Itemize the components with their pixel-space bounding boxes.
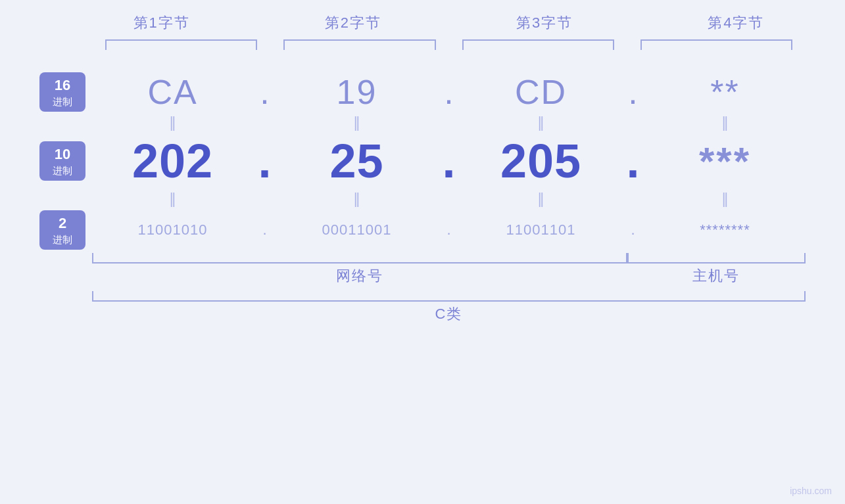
- bracket-top-4: [640, 39, 792, 50]
- host-label: 主机号: [627, 266, 806, 286]
- hex-badge-num: 16: [47, 76, 78, 95]
- top-brackets: [92, 39, 806, 53]
- bin-val-1: 11001010: [92, 221, 253, 239]
- dec-val-1: 202: [92, 134, 253, 188]
- hex-val-4: **: [644, 72, 806, 112]
- bin-val-2: 00011001: [276, 221, 437, 239]
- network-bracket: [92, 253, 627, 263]
- dec-val-4: ***: [644, 139, 806, 184]
- hex-val-2: 19: [276, 72, 437, 112]
- eq2-grid: ‖ ‖ ‖ ‖: [92, 188, 806, 210]
- dec-val-3: 205: [460, 134, 621, 188]
- bin-badge-space: 2 进制: [39, 210, 92, 250]
- bin-dot-2: .: [437, 221, 460, 239]
- bin-dot-1: .: [253, 221, 276, 239]
- eq-cell-3: ‖: [460, 114, 621, 131]
- byte-label-2: 第2字节: [257, 13, 448, 33]
- hex-badge-unit: 进制: [47, 95, 78, 108]
- bin-val-row: 11001010 . 00011001 . 11001101 . *******…: [92, 221, 806, 239]
- bottom-brackets: 网络号 主机号: [92, 253, 806, 286]
- bracket-top-3: [462, 39, 614, 50]
- eq-cell-2: ‖: [276, 114, 437, 131]
- dec-values-grid: 202 . 25 . 205 . ***: [92, 134, 806, 188]
- dec-section: 10 进制 202 . 25 . 205 . ***: [39, 134, 806, 188]
- bracket-labels: 网络号 主机号: [92, 266, 806, 286]
- dec-badge-unit: 进制: [47, 164, 78, 177]
- bin-dot-3: .: [621, 221, 644, 239]
- eq-cell-4: ‖: [644, 114, 806, 131]
- page-container: 第1字节 第2字节 第3字节 第4字节 16 进制 CA: [0, 0, 845, 504]
- dec-val-row: 202 . 25 . 205 . ***: [92, 134, 806, 188]
- dec-dot-1: .: [253, 137, 276, 185]
- eq2-cell-4: ‖: [644, 191, 806, 208]
- bin-section: 2 进制 11001010 . 00011001 . 11001101 . **…: [39, 210, 806, 250]
- hex-dot-2: .: [437, 72, 460, 112]
- bracket-row: [92, 253, 806, 263]
- dec-badge-num: 10: [47, 145, 78, 164]
- bracket-cell-3: [449, 39, 627, 53]
- bracket-cell-2: [270, 39, 448, 53]
- class-bracket: [92, 291, 806, 302]
- hex-values-grid: CA . 19 . CD . **: [92, 72, 806, 112]
- eq2-cell-2: ‖: [276, 191, 437, 208]
- byte-label-4: 第4字节: [640, 13, 832, 33]
- bracket-cell-1: [92, 39, 270, 53]
- equals-row-2: ‖ ‖ ‖ ‖: [39, 188, 806, 210]
- eq1-grid: ‖ ‖ ‖ ‖: [92, 112, 806, 134]
- network-label: 网络号: [92, 266, 627, 286]
- hex-dot-1: .: [253, 72, 276, 112]
- bracket-top-1: [105, 39, 257, 50]
- dec-val-2: 25: [276, 134, 437, 188]
- bracket-top-2: [283, 39, 435, 50]
- watermark: ipshu.com: [790, 486, 832, 496]
- bin-badge-num: 2: [47, 214, 78, 233]
- hex-section: 16 进制 CA . 19 . CD . **: [39, 72, 806, 112]
- hex-val-1: CA: [92, 72, 253, 112]
- eq-cell-1: ‖: [92, 114, 253, 131]
- class-label: C类: [92, 304, 806, 324]
- host-bracket: [627, 253, 806, 263]
- hex-dot-3: .: [621, 72, 644, 112]
- byte-label-1: 第1字节: [66, 13, 257, 33]
- equals-row-1: ‖ ‖ ‖ ‖: [39, 112, 806, 134]
- eq-row-2: ‖ ‖ ‖ ‖: [92, 191, 806, 208]
- hex-badge-space: 16 进制: [39, 72, 92, 112]
- bin-badge: 2 进制: [39, 210, 85, 250]
- eq-row-1: ‖ ‖ ‖ ‖: [92, 114, 806, 131]
- eq2-cell-3: ‖: [460, 191, 621, 208]
- bin-val-4: ********: [644, 221, 806, 239]
- byte-labels-row: 第1字节 第2字节 第3字节 第4字节: [66, 13, 832, 33]
- dec-dot-2: .: [437, 137, 460, 185]
- dec-badge: 10 进制: [39, 141, 85, 181]
- bin-val-3: 11001101: [460, 221, 621, 239]
- eq2-cell-1: ‖: [92, 191, 253, 208]
- bracket-cell-4: [627, 39, 806, 53]
- hex-badge: 16 进制: [39, 72, 85, 112]
- dec-badge-space: 10 进制: [39, 141, 92, 181]
- hex-val-3: CD: [460, 72, 621, 112]
- byte-label-3: 第3字节: [449, 13, 640, 33]
- bin-values-grid: 11001010 . 00011001 . 11001101 . *******…: [92, 221, 806, 239]
- dec-dot-3: .: [621, 137, 644, 185]
- hex-val-row: CA . 19 . CD . **: [92, 72, 806, 112]
- class-row: C类: [92, 291, 806, 324]
- bin-badge-unit: 进制: [47, 233, 78, 246]
